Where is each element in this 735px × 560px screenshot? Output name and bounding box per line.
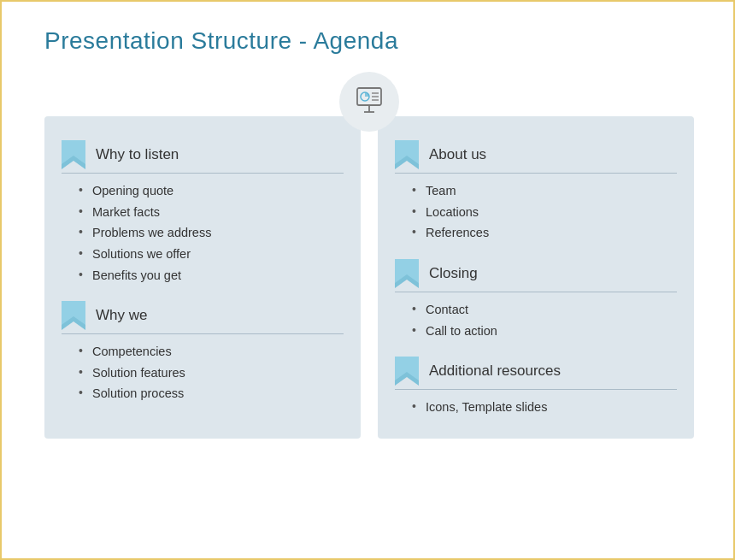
bookmark-icon-closing bbox=[395, 259, 419, 288]
section-about-us: About us Team Locations References bbox=[395, 140, 677, 244]
list-item: Problems we address bbox=[79, 222, 344, 244]
bookmark-icon-why-we bbox=[62, 301, 85, 330]
divider-about-us bbox=[395, 173, 677, 174]
list-item: Solutions we offer bbox=[79, 244, 344, 265]
right-panel: About us Team Locations References bbox=[378, 116, 694, 439]
list-item: Call to action bbox=[412, 321, 677, 342]
center-icon-wrapper bbox=[44, 72, 694, 132]
section-title-closing: Closing bbox=[429, 265, 478, 282]
divider-why-to-listen bbox=[62, 173, 344, 174]
list-item: References bbox=[412, 222, 677, 244]
section-title-why-we: Why we bbox=[96, 307, 147, 324]
list-additional-resources: Icons, Template slides bbox=[412, 397, 677, 418]
section-additional-resources: Additional resources Icons, Template sli… bbox=[395, 357, 677, 418]
list-item: Competencies bbox=[79, 341, 344, 363]
list-why-to-listen: Opening quote Market facts Problems we a… bbox=[79, 180, 344, 286]
list-item: Solution process bbox=[79, 383, 344, 404]
list-item: Icons, Template slides bbox=[412, 397, 677, 418]
list-item: Benefits you get bbox=[79, 265, 344, 286]
section-header-about-us: About us bbox=[395, 140, 677, 169]
list-why-we: Competencies Solution features Solution … bbox=[79, 341, 344, 404]
page: Presentation Structure - Agenda bbox=[2, 2, 735, 560]
presentation-icon-circle bbox=[339, 72, 399, 132]
bookmark-icon-additional-resources bbox=[395, 357, 419, 386]
list-item: Opening quote bbox=[79, 180, 344, 202]
section-header-why-we: Why we bbox=[62, 301, 344, 330]
divider-additional-resources bbox=[395, 389, 677, 390]
list-item: Market facts bbox=[79, 202, 344, 223]
page-title: Presentation Structure - Agenda bbox=[44, 27, 694, 55]
section-why-to-listen: Why to listen Opening quote Market facts… bbox=[62, 140, 344, 286]
presentation-icon bbox=[352, 83, 386, 121]
section-header-additional-resources: Additional resources bbox=[395, 357, 677, 386]
section-title-additional-resources: Additional resources bbox=[429, 363, 561, 380]
section-header-closing: Closing bbox=[395, 259, 677, 288]
bookmark-icon-about-us bbox=[395, 140, 419, 169]
list-closing: Contact Call to action bbox=[412, 299, 677, 341]
section-title-about-us: About us bbox=[429, 146, 486, 163]
section-closing: Closing Contact Call to action bbox=[395, 259, 677, 341]
list-about-us: Team Locations References bbox=[412, 180, 677, 244]
left-panel: Why to listen Opening quote Market facts… bbox=[44, 116, 361, 439]
list-item: Team bbox=[412, 180, 677, 202]
section-header-why-to-listen: Why to listen bbox=[62, 140, 344, 169]
list-item: Solution features bbox=[79, 363, 344, 384]
divider-closing bbox=[395, 292, 677, 292]
divider-why-we bbox=[62, 333, 344, 334]
main-content: Why to listen Opening quote Market facts… bbox=[44, 116, 694, 439]
section-why-we: Why we Competencies Solution features So… bbox=[62, 301, 344, 404]
section-title-why-to-listen: Why to listen bbox=[96, 146, 179, 163]
bookmark-icon-why-to-listen bbox=[62, 140, 85, 169]
list-item: Contact bbox=[412, 299, 677, 321]
list-item: Locations bbox=[412, 202, 677, 223]
